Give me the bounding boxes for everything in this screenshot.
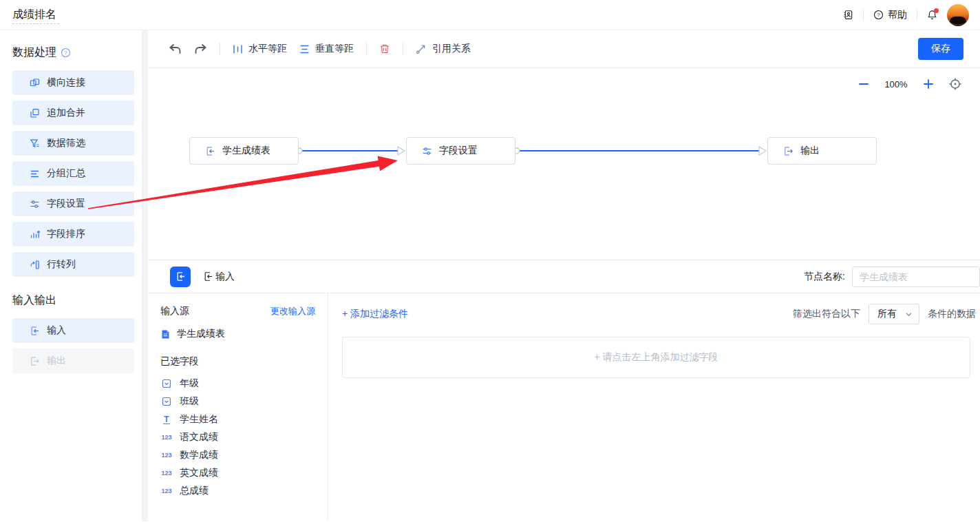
flow-node-field-settings[interactable]: 字段设置 xyxy=(406,137,515,165)
field-item[interactable]: 123 语文成绩 xyxy=(160,428,315,446)
vertical-spacing-icon xyxy=(299,44,310,54)
redo-button[interactable] xyxy=(194,43,207,55)
number-field-icon: 123 xyxy=(161,488,171,494)
field-name: 数学成绩 xyxy=(180,449,218,461)
sidebar-item-horizontal-join[interactable]: 横向连接 xyxy=(12,70,134,95)
user-avatar[interactable] xyxy=(947,4,969,26)
sidebar-item-append-merge[interactable]: 追加合并 xyxy=(12,101,134,125)
change-source-link[interactable]: 更改输入源 xyxy=(270,305,315,317)
sidebar-item-group-summary[interactable]: 分组汇总 xyxy=(12,161,134,186)
flow-node-output[interactable]: 输出 xyxy=(767,137,877,165)
filter-panel: + 添加过滤条件 筛选出符合以下 所有 条件的数据 + 请点击左上角添加过滤字段 xyxy=(328,293,980,521)
sidebar-item-label: 数据筛选 xyxy=(47,137,85,149)
flow-node-input-table[interactable]: 学生成绩表 xyxy=(189,137,299,165)
help-button[interactable]: ? 帮助 xyxy=(873,9,907,21)
source-title: 输入源 xyxy=(160,305,189,317)
node-config-panel: 输入 节点名称: 输入源 更改输入源 xyxy=(148,260,980,521)
top-header: 成绩排名 ? 帮助 xyxy=(0,0,980,30)
tab-input[interactable]: 输入 xyxy=(203,271,235,283)
sidebar-item-output: 输出 xyxy=(12,348,134,373)
svg-text:?: ? xyxy=(64,50,67,56)
field-name: 年级 xyxy=(180,377,199,390)
node-label: 学生成绩表 xyxy=(222,145,270,157)
sidebar-item-label: 追加合并 xyxy=(47,107,85,119)
input-icon xyxy=(203,271,213,282)
field-name: 班级 xyxy=(180,395,199,408)
field-item[interactable]: T 学生姓名 xyxy=(160,410,315,428)
config-panel-header: 输入 节点名称: xyxy=(148,260,980,293)
page-title[interactable]: 成绩排名 xyxy=(12,7,59,24)
save-button[interactable]: 保存 xyxy=(918,38,963,60)
chevron-down-icon xyxy=(905,311,913,318)
contacts-icon[interactable] xyxy=(843,10,853,20)
notification-bell-icon[interactable] xyxy=(927,10,937,20)
sidebar-item-input[interactable]: 输入 xyxy=(12,318,134,343)
row-to-column-icon xyxy=(30,260,40,270)
horizontal-join-icon xyxy=(30,78,40,88)
field-settings-icon xyxy=(422,146,432,156)
sidebar-item-label: 字段设置 xyxy=(47,198,85,210)
input-icon xyxy=(205,146,215,156)
sidebar-item-field-sort[interactable]: 字段排序 xyxy=(12,222,134,247)
zoom-in-button[interactable] xyxy=(922,78,935,90)
horizontal-spacing-label: 水平等距 xyxy=(248,43,287,55)
reference-relation-button[interactable]: 引用关系 xyxy=(416,43,471,55)
number-field-icon: 123 xyxy=(161,452,171,459)
source-item[interactable]: 学生成绩表 xyxy=(160,328,315,340)
sidebar-item-data-filter[interactable]: 数据筛选 xyxy=(12,131,134,156)
sidebar-item-label: 行转列 xyxy=(47,258,76,271)
filter-mode-value: 所有 xyxy=(877,308,897,320)
input-source-panel: 输入源 更改输入源 学生成绩表 已选字段 年级 xyxy=(148,293,328,521)
add-filter-condition-link[interactable]: + 添加过滤条件 xyxy=(342,308,408,320)
field-item[interactable]: 123 数学成绩 xyxy=(160,446,315,464)
minus-icon xyxy=(858,78,870,90)
delete-button[interactable] xyxy=(379,43,390,54)
filter-mode-select[interactable]: 所有 xyxy=(869,304,919,324)
output-icon xyxy=(783,146,793,156)
input-icon xyxy=(175,271,186,282)
number-field-icon: 123 xyxy=(161,434,171,441)
vertical-spacing-label: 垂直等距 xyxy=(315,43,354,55)
form-document-icon xyxy=(160,329,171,340)
flow-canvas[interactable]: 学生成绩表 字段设置 输出 100% xyxy=(148,68,980,260)
undo-button[interactable] xyxy=(169,43,182,55)
field-item[interactable]: 123 总成绩 xyxy=(160,482,315,500)
field-name: 英文成绩 xyxy=(180,467,218,479)
header-divider xyxy=(917,10,917,21)
group-summary-icon xyxy=(30,169,40,179)
trash-icon xyxy=(379,43,390,54)
data-processing-section-title: 数据处理 xyxy=(12,45,56,60)
select-field-icon xyxy=(162,397,171,406)
sidebar-item-field-settings[interactable]: 字段设置 xyxy=(12,191,134,216)
text-field-icon: T xyxy=(163,415,169,424)
sidebar-item-row-to-column[interactable]: 行转列 xyxy=(12,252,134,277)
sidebar-item-label: 字段排序 xyxy=(47,228,85,240)
reference-relation-label: 引用关系 xyxy=(432,43,471,55)
selected-fields-title: 已选字段 xyxy=(160,355,315,368)
horizontal-spacing-button[interactable]: 水平等距 xyxy=(233,43,287,55)
canvas-toolbar: 水平等距 垂直等距 引用关系 保存 xyxy=(148,30,980,68)
node-name-label: 节点名称: xyxy=(804,271,845,283)
zoom-out-button[interactable] xyxy=(858,78,870,90)
select-field-icon xyxy=(162,379,171,388)
toolbar-divider xyxy=(403,43,403,55)
field-item[interactable]: 班级 xyxy=(160,393,315,410)
section-help-icon[interactable]: ? xyxy=(61,48,71,58)
header-divider xyxy=(863,10,864,21)
toolbar-divider xyxy=(366,43,367,55)
field-name: 语文成绩 xyxy=(180,431,218,443)
input-output-section-title: 输入输出 xyxy=(12,293,56,308)
horizontal-spacing-icon xyxy=(233,44,243,54)
reference-relation-icon xyxy=(416,43,427,54)
plus-icon xyxy=(922,78,935,90)
vertical-spacing-button[interactable]: 垂直等距 xyxy=(299,43,354,55)
fit-view-button[interactable] xyxy=(948,77,962,91)
field-item[interactable]: 123 英文成绩 xyxy=(160,464,315,482)
sidebar-divider xyxy=(142,30,148,521)
filter-empty-placeholder[interactable]: + 请点击左上角添加过滤字段 xyxy=(342,337,970,378)
node-name-input[interactable] xyxy=(852,267,980,287)
source-name: 学生成绩表 xyxy=(177,328,225,340)
filter-suffix-text: 条件的数据 xyxy=(928,308,976,320)
input-tab-button[interactable] xyxy=(170,267,191,287)
field-item[interactable]: 年级 xyxy=(160,375,315,393)
